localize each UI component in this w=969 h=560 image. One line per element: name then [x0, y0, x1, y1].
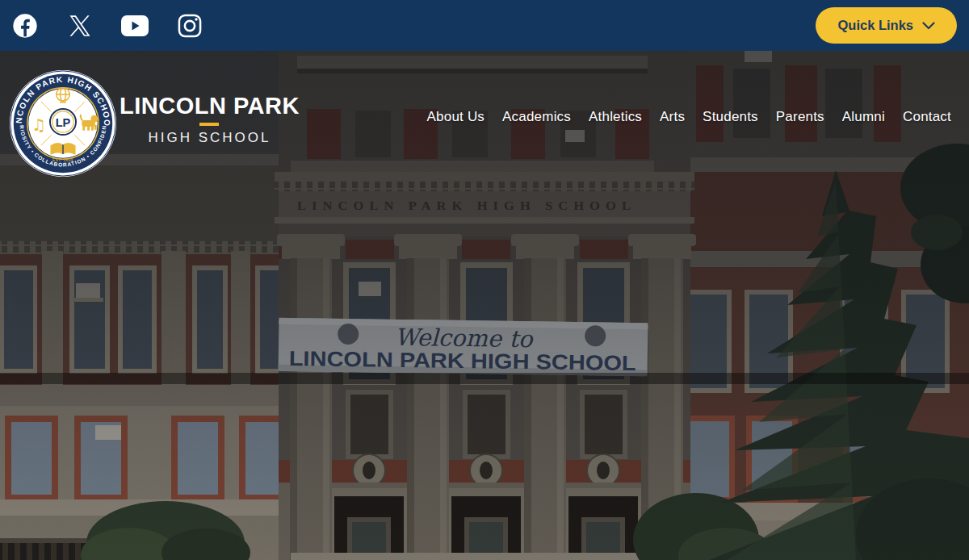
nav-contact[interactable]: Contact [903, 109, 951, 125]
quick-links-button[interactable]: Quick Links [816, 7, 957, 44]
nav-alumni[interactable]: Alumni [842, 109, 885, 125]
top-utility-bar: Quick Links [0, 0, 969, 51]
wordmark-line2: HIGH SCHOOL [120, 130, 300, 146]
main-navigation: About Us Academics Athletics Arts Studen… [427, 109, 951, 125]
instagram-icon [177, 13, 203, 39]
dark-overlay-band [0, 373, 969, 384]
wordmark-line1: LINCOLN PARK [120, 94, 300, 118]
x-twitter-icon [68, 14, 92, 38]
book-icon [50, 143, 75, 155]
wordmark-gold-divider [199, 123, 219, 126]
facebook-icon [12, 13, 38, 39]
nav-athletics[interactable]: Athletics [589, 109, 642, 125]
x-twitter-link[interactable] [66, 12, 94, 40]
music-icon: ♫ [31, 115, 46, 135]
youtube-icon [121, 15, 149, 36]
seal-est-text: EST. 1899 [52, 158, 73, 162]
nav-arts[interactable]: Arts [660, 109, 685, 125]
seal-monogram: LP [56, 116, 71, 129]
instagram-link[interactable] [176, 12, 203, 40]
site-wordmark[interactable]: LINCOLN PARK HIGH SCHOOL [120, 94, 300, 146]
social-links [11, 12, 203, 40]
nav-parents[interactable]: Parents [776, 109, 824, 125]
nav-students[interactable]: Students [703, 109, 758, 125]
hero-section: LINCOLN PARK HIGH SCHOOL [0, 51, 969, 560]
nav-academics[interactable]: Academics [502, 109, 571, 125]
nav-about-us[interactable]: About Us [427, 109, 485, 125]
youtube-link[interactable] [121, 12, 149, 40]
facebook-link[interactable] [11, 12, 39, 40]
school-seal-logo[interactable]: LINCOLN PARK HIGH SCHOOL CURIOSITY • COL… [8, 69, 118, 178]
quick-links-label: Quick Links [837, 18, 913, 33]
chevron-down-icon [922, 22, 935, 30]
